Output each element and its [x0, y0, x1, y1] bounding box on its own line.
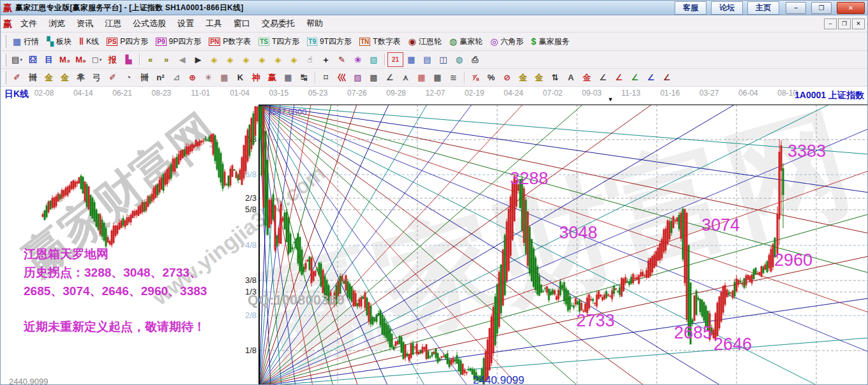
toolbar-button-K线[interactable]: ‖K线 [75, 36, 103, 47]
draw-tool-icon-14[interactable]: K [232, 70, 248, 85]
toolbar-drag-handle[interactable] [3, 35, 6, 48]
draw-tool-icon-21[interactable]: 巛 [334, 70, 350, 85]
toolbar-drag-handle[interactable] [3, 54, 6, 66]
draw-tool-icon-27[interactable]: ▦ [430, 70, 445, 85]
draw-tool-icon-36[interactable]: A [563, 70, 579, 85]
menu-item-浏览[interactable]: 浏览 [43, 16, 71, 31]
view-tool-icon-12[interactable]: ▶ [190, 52, 206, 67]
draw-tool-icon-39[interactable]: ∠ [611, 70, 627, 85]
menu-item-文件[interactable]: 文件 [15, 16, 43, 31]
draw-tool-icon-13[interactable]: ▦ [216, 70, 232, 85]
draw-tool-icon-2[interactable]: 金 [41, 70, 57, 85]
view-tool-icon-27[interactable]: ▤ [419, 52, 435, 67]
view-tool-icon-15[interactable]: ◈ [238, 52, 254, 67]
view-tool-icon-21[interactable]: ✎ [334, 52, 350, 67]
doc-minimize-button[interactable]: – [824, 18, 837, 29]
view-tool-icon-4[interactable]: M₉ [73, 52, 89, 67]
draw-tool-icon-25[interactable]: ⋏ [398, 70, 414, 85]
view-tool-icon-23[interactable]: ▧ [366, 52, 382, 67]
toolbar-button-板块[interactable]: ▚板块 [43, 36, 75, 47]
toolbar-drag-handle[interactable] [3, 71, 6, 84]
menu-item-资讯[interactable]: 资讯 [71, 16, 99, 31]
draw-tool-icon-23[interactable]: ▩ [366, 70, 382, 85]
view-tool-icon-17[interactable]: ◈ [270, 52, 286, 67]
draw-tool-icon-40[interactable]: ∠ [627, 70, 643, 85]
chart-area[interactable]: 赢家财富网www.yingjia360.com赢家财富网7/86/82/35/8… [1, 105, 867, 385]
view-tool-icon-22[interactable]: ❀ [350, 52, 366, 67]
restore-button[interactable]: ❐ [811, 2, 832, 14]
toolbar-button-T数字表[interactable]: TNT数字表 [355, 36, 405, 47]
doc-close-button[interactable]: ✕ [852, 18, 865, 29]
homepage-button[interactable]: 主页 [747, 1, 779, 15]
view-tool-icon-18[interactable]: ◈ [286, 52, 302, 67]
menu-item-设置[interactable]: 设置 [172, 16, 200, 31]
draw-tool-icon-9[interactable]: n² [153, 70, 168, 85]
view-tool-icon-9[interactable]: « [142, 52, 158, 67]
menu-item-工具[interactable]: 工具 [200, 16, 228, 31]
draw-tool-icon-38[interactable]: ∠ [595, 70, 611, 85]
draw-tool-icon-11[interactable]: ⊕ [184, 70, 200, 85]
draw-tool-icon-30[interactable]: ⅞ [467, 70, 483, 85]
draw-tool-icon-37[interactable]: 金 [579, 70, 595, 85]
draw-tool-icon-32[interactable]: ⊘ [499, 70, 515, 85]
toolbar-button-T四方形[interactable]: TST四方形 [255, 36, 303, 47]
draw-tool-icon-28[interactable]: ≋ [445, 70, 461, 85]
gann-chart-canvas[interactable]: 赢家财富网www.yingjia360.com赢家财富网7/86/82/35/8… [1, 105, 868, 385]
view-tool-icon-16[interactable]: ◈ [254, 52, 270, 67]
menu-item-窗口[interactable]: 窗口 [228, 16, 256, 31]
toolbar-button-9P四方形[interactable]: P99P四方形 [152, 36, 205, 47]
view-tool-icon-1[interactable]: 囧 [25, 52, 41, 67]
draw-tool-icon-26[interactable]: ▦ [414, 70, 430, 85]
draw-tool-icon-20[interactable]: ⌑ [318, 70, 334, 85]
menu-item-帮助[interactable]: 帮助 [301, 16, 329, 31]
view-tool-icon-6[interactable]: 报 [105, 52, 121, 67]
draw-tool-icon-8[interactable]: 卌 [137, 70, 153, 85]
draw-tool-icon-0[interactable]: ✐ [9, 70, 25, 85]
draw-tool-icon-17[interactable]: ▦ [280, 70, 296, 85]
view-tool-icon-3[interactable]: M₃ [57, 52, 73, 67]
toolbar-button-六角形[interactable]: ◎六角形 [486, 36, 527, 47]
menu-item-江恩[interactable]: 江恩 [99, 16, 127, 31]
view-tool-icon-14[interactable]: ◈ [222, 52, 238, 67]
draw-tool-icon-22[interactable]: ▨ [350, 70, 366, 85]
view-tool-icon-5[interactable]: ◻▾ [89, 52, 105, 67]
draw-tool-icon-35[interactable]: ⇅ [547, 70, 563, 85]
view-tool-icon-19[interactable]: ☝ [302, 52, 318, 67]
draw-tool-icon-31[interactable]: % [483, 70, 499, 85]
close-button[interactable]: ✕ [837, 2, 865, 14]
minimize-button[interactable]: – [786, 2, 806, 14]
view-tool-icon-25[interactable]: 21 [387, 52, 403, 67]
draw-tool-icon-1[interactable]: 卌 [25, 70, 41, 85]
view-tool-icon-13[interactable]: ◈ [206, 52, 222, 67]
view-tool-icon-11[interactable]: ◀ [174, 52, 190, 67]
toolbar-button-P四方形[interactable]: PSP四方形 [103, 36, 152, 47]
draw-tool-icon-4[interactable]: 芈 [73, 70, 89, 85]
draw-tool-icon-34[interactable]: 金 [531, 70, 547, 85]
draw-tool-icon-18[interactable]: ↹ [296, 70, 312, 85]
view-tool-icon-2[interactable]: 目 [41, 52, 57, 67]
view-tool-icon-28[interactable]: ◫ [435, 52, 451, 67]
draw-tool-icon-24[interactable]: ∠ [382, 70, 398, 85]
view-tool-icon-30[interactable]: ⎙ [467, 52, 483, 67]
view-tool-icon-20[interactable]: ＋ [318, 52, 334, 67]
draw-tool-icon-3[interactable]: 金 [57, 70, 73, 85]
customer-service-button[interactable]: 客服 [675, 1, 707, 15]
view-tool-icon-29[interactable]: ◍ [451, 52, 467, 67]
menu-item-交易委托[interactable]: 交易委托 [256, 16, 301, 31]
draw-tool-icon-10[interactable]: ⊿ [168, 70, 184, 85]
draw-tool-icon-41[interactable]: ∠ [643, 70, 659, 85]
toolbar-button-P数字表[interactable]: PNP数字表 [205, 36, 255, 47]
draw-tool-icon-5[interactable]: 弓 [89, 70, 105, 85]
draw-tool-icon-16[interactable]: 赢 [264, 70, 280, 85]
draw-tool-icon-12[interactable]: ✳ [200, 70, 216, 85]
toolbar-button-江恩轮[interactable]: ◉江恩轮 [405, 36, 445, 47]
draw-tool-icon-7[interactable]: ◔ [121, 70, 137, 85]
view-tool-icon-7[interactable]: ▙ [121, 52, 137, 67]
draw-tool-icon-15[interactable]: 神 [248, 70, 264, 85]
toolbar-button-行情[interactable]: ▦行情 [9, 36, 43, 47]
view-tool-icon-0[interactable]: ▤▾ [9, 52, 25, 67]
view-tool-icon-26[interactable]: ▦ [403, 52, 419, 67]
draw-tool-icon-6[interactable]: ✐ [105, 70, 121, 85]
draw-tool-icon-33[interactable]: 金 [515, 70, 531, 85]
toolbar-button-赢家服务[interactable]: $赢家服务 [527, 36, 573, 47]
